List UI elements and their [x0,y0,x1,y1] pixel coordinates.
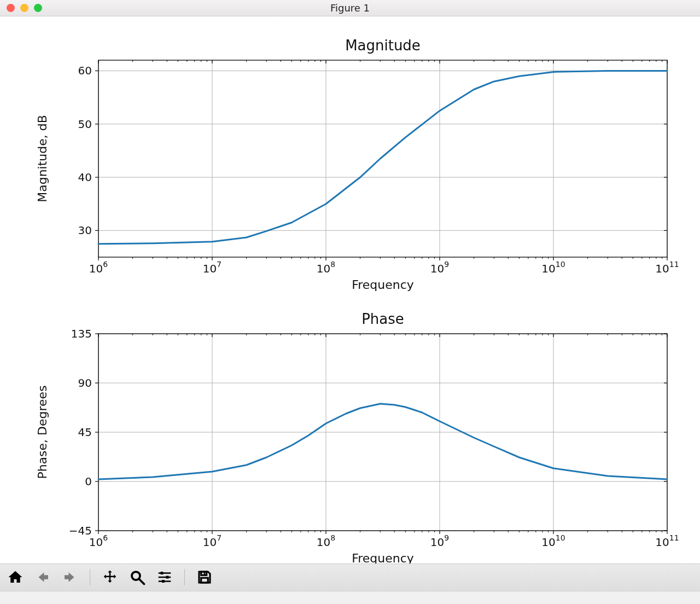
window-zoom-button[interactable] [34,4,42,12]
move-icon [102,569,118,585]
svg-rect-120 [98,60,667,257]
svg-text:106: 106 [89,260,108,275]
pan-button[interactable] [100,567,120,587]
save-button[interactable] [195,567,214,587]
svg-text:109: 109 [430,260,449,275]
window-traffic-lights [7,4,42,12]
svg-rect-260 [201,578,208,583]
svg-text:Frequency: Frequency [352,551,414,564]
svg-text:108: 108 [317,533,335,549]
sliders-icon [156,569,173,585]
magnitude-line [98,71,667,244]
svg-text:107: 107 [203,260,221,275]
toolbar-separator [90,569,90,585]
svg-rect-253 [161,572,164,574]
svg-rect-255 [166,576,169,579]
figure-canvas[interactable]: Magnitude3040506010610710810910101011Fre… [0,16,700,564]
svg-text:40: 40 [78,171,92,184]
svg-text:60: 60 [78,65,92,78]
svg-text:−45: −45 [69,524,92,537]
svg-text:1010: 1010 [541,260,565,275]
plot-svg: Magnitude3040506010610710810910101011Fre… [0,16,700,564]
status-bar [0,591,700,604]
svg-text:90: 90 [78,376,92,390]
svg-text:1011: 1011 [655,260,679,275]
save-icon [196,569,213,585]
svg-text:Frequency: Frequency [352,278,414,292]
svg-text:30: 30 [78,224,92,237]
forward-button[interactable] [60,567,80,587]
arrow-right-icon [62,569,78,585]
svg-text:109: 109 [430,533,449,549]
back-button[interactable] [33,567,52,587]
zoom-button[interactable] [127,567,147,587]
phase-line [98,404,667,479]
home-icon [7,569,24,585]
window-titlebar: Figure 1 [0,0,700,16]
window-minimize-button[interactable] [20,4,28,12]
toolbar-separator [184,569,185,585]
svg-text:Phase, Degrees: Phase, Degrees [36,386,49,479]
magnitude-title: Magnitude [345,37,421,54]
svg-text:1010: 1010 [541,533,565,549]
magnify-icon [129,569,145,585]
svg-rect-259 [204,573,206,575]
phase-title: Phase [361,311,404,327]
svg-line-251 [139,579,144,584]
configure-subplots-button[interactable] [155,567,174,587]
svg-rect-257 [162,580,165,583]
matplotlib-toolbar [0,564,700,591]
svg-text:108: 108 [317,260,335,275]
svg-text:Magnitude, dB: Magnitude, dB [36,115,49,202]
svg-text:107: 107 [203,533,221,549]
svg-text:135: 135 [71,327,92,340]
svg-text:1011: 1011 [655,533,679,549]
svg-text:45: 45 [78,426,92,439]
svg-text:106: 106 [89,533,108,549]
home-button[interactable] [5,567,25,587]
figure-window: Figure 1 Magnitude3040506010610710810910… [0,0,700,604]
svg-text:0: 0 [85,475,92,488]
window-title: Figure 1 [0,2,700,14]
svg-text:50: 50 [78,118,92,131]
window-close-button[interactable] [7,4,15,12]
arrow-left-icon [34,569,51,585]
